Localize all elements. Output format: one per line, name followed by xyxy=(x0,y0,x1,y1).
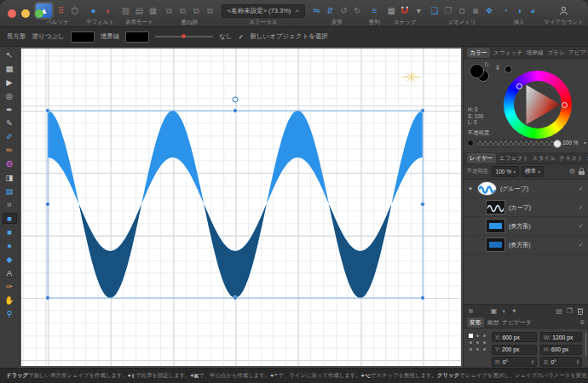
rectangle-tool[interactable]: ■ xyxy=(3,213,17,224)
adjustment-icon[interactable]: ◐ xyxy=(502,307,506,315)
outline-view-icon[interactable]: ▤ xyxy=(135,4,144,17)
pixel-persona-icon[interactable]: ⠿ xyxy=(56,4,66,17)
stroke-width-value[interactable]: なし xyxy=(219,32,232,41)
layer-row[interactable]: ▼(グループ)✓ xyxy=(464,180,588,198)
layer-label[interactable]: (カーブ) xyxy=(509,203,575,212)
picked-color-well[interactable] xyxy=(504,66,512,73)
rotate-cw-icon[interactable]: ↻ xyxy=(353,4,362,17)
tab-履歴[interactable]: 履歴 xyxy=(487,318,499,327)
tab-ナビゲータ[interactable]: ナビゲータ xyxy=(502,318,532,327)
artboard-tool[interactable]: ▦ xyxy=(3,63,17,74)
opacity-zero-swatch[interactable] xyxy=(467,140,474,146)
x-field[interactable]: X:600 px xyxy=(492,332,537,342)
panel-menu-icon[interactable]: ≣ xyxy=(579,319,585,326)
triangle-selector[interactable] xyxy=(516,83,522,89)
insert-behind-icon[interactable]: ◔ xyxy=(500,4,510,17)
document-title[interactable]: <名称未設定> (73.3%)× xyxy=(222,4,305,18)
layer-row[interactable]: (カーブ)✓ xyxy=(464,198,588,217)
y-field[interactable]: Y:200 px xyxy=(492,345,537,355)
tab-ブラシ[interactable]: ブラシ xyxy=(547,49,565,57)
rounded-rectangle-tool[interactable]: ■ xyxy=(3,226,17,237)
canvas-pasteboard[interactable] xyxy=(20,47,463,368)
split-view-icon[interactable]: ▦ xyxy=(148,4,158,17)
close-window-button[interactable] xyxy=(8,9,16,18)
opacity-slider-knob[interactable] xyxy=(553,140,562,148)
vector-brush-tool[interactable]: ✐ xyxy=(3,131,17,142)
move-to-front-icon[interactable]: ⧉ xyxy=(164,4,174,17)
stroke-swatch[interactable] xyxy=(125,31,149,43)
artboard[interactable] xyxy=(21,49,461,366)
snapping-magnet-icon[interactable] xyxy=(401,4,410,17)
swap-colors-icon[interactable]: ↻ xyxy=(484,61,489,68)
pixel-context-icon[interactable]: ◑ xyxy=(102,4,112,17)
selection-handle[interactable] xyxy=(421,296,425,300)
insert-on-top-icon[interactable]: ◑ xyxy=(514,4,523,17)
fill-color-well[interactable] xyxy=(470,64,484,78)
layer-visibility-checkbox[interactable]: ✓ xyxy=(579,222,584,230)
expander-icon[interactable]: ▼ xyxy=(468,186,474,192)
mask-icon[interactable]: ▣ xyxy=(491,307,498,315)
account-icon[interactable] xyxy=(559,4,568,17)
stroke-width-slider[interactable] xyxy=(155,36,213,37)
flip-horizontal-icon[interactable]: ⇋ xyxy=(312,4,321,17)
link-dimensions-brace[interactable] xyxy=(585,333,586,356)
tab-エフェクト[interactable]: エフェクト xyxy=(499,154,529,163)
vector-context-icon[interactable]: ● xyxy=(89,4,98,17)
selection-handle[interactable] xyxy=(233,296,238,300)
select-new-object-checkbox[interactable]: ✓ xyxy=(239,33,245,41)
flip-vertical-icon[interactable]: ⇵ xyxy=(326,4,335,17)
s-field[interactable]: S:0°▴▾ xyxy=(540,357,582,367)
layer-row[interactable]: (長方形)✓ xyxy=(464,236,588,254)
w-field[interactable]: W:1200 px xyxy=(540,332,582,342)
point-transform-tool[interactable]: ◎ xyxy=(3,90,17,101)
tab-アピアランス[interactable]: アピアランス xyxy=(568,49,588,57)
boolean-divide-icon[interactable]: ❖ xyxy=(485,4,494,17)
tab-テキスト[interactable]: テキスト xyxy=(559,154,583,163)
effects-icon[interactable]: ✦ xyxy=(511,307,517,315)
layer-list-empty-area[interactable] xyxy=(464,254,588,304)
hand-tool[interactable]: ✋ xyxy=(3,294,17,306)
move-tool[interactable]: ↖ xyxy=(3,49,17,60)
custom-shape-tool[interactable]: ◆ xyxy=(3,254,17,265)
selection-handle[interactable] xyxy=(421,203,425,207)
paint-brush-tool[interactable]: ✏ xyxy=(3,145,17,156)
layer-settings-gear-icon[interactable]: ⚙ xyxy=(569,168,575,175)
move-backward-icon[interactable]: ⧉ xyxy=(192,4,201,17)
fill-gradient-tool[interactable]: ❂ xyxy=(3,158,17,169)
lock-icon[interactable] xyxy=(579,168,585,175)
tab-レイヤー[interactable]: レイヤー xyxy=(467,153,496,163)
blend-mode-combo[interactable]: 標準▾ xyxy=(522,166,544,177)
minimize-window-button[interactable] xyxy=(21,9,30,18)
export-persona-icon[interactable]: ⬡ xyxy=(70,4,79,17)
anchor-point-selector[interactable] xyxy=(467,332,488,353)
eyedropper-icon[interactable]: ✑ xyxy=(493,65,501,71)
move-forward-icon[interactable]: ⧉ xyxy=(178,4,187,17)
zoom-window-button[interactable] xyxy=(35,9,43,18)
layer-visibility-checkbox[interactable]: ✓ xyxy=(579,185,584,192)
rotate-ccw-icon[interactable]: ↺ xyxy=(339,4,349,17)
boolean-intersect-icon[interactable]: ◘ xyxy=(458,4,467,17)
layer-label[interactable]: (長方形) xyxy=(509,241,575,249)
zoom-tool[interactable]: ⚲ xyxy=(3,308,17,319)
wave-dark-shape[interactable] xyxy=(48,111,423,298)
selection-handle[interactable] xyxy=(46,109,50,113)
selection-handle[interactable] xyxy=(421,109,425,113)
tab-スウォッチ[interactable]: スウォッチ xyxy=(493,49,523,57)
color-picker-tool[interactable]: ✑ xyxy=(3,281,17,292)
close-document-icon[interactable]: × xyxy=(295,7,299,14)
layer-label[interactable]: (長方形) xyxy=(509,222,575,231)
selection-handle[interactable] xyxy=(46,296,50,300)
stroke-width-slider-knob[interactable] xyxy=(182,34,186,38)
selection-handle[interactable] xyxy=(233,109,238,113)
move-to-back-icon[interactable]: ⧉ xyxy=(205,4,215,17)
transparency-tool[interactable]: ◨ xyxy=(3,172,17,183)
color-wheel[interactable] xyxy=(504,71,572,139)
ellipse-tool[interactable]: ● xyxy=(3,240,17,251)
layer-label[interactable]: (グループ) xyxy=(500,185,575,193)
node-tool[interactable]: ▶ xyxy=(3,77,17,88)
tab-境界線[interactable]: 境界線 xyxy=(527,49,544,57)
vector-crop-tool[interactable]: ⌗ xyxy=(3,199,17,210)
hue-selector[interactable] xyxy=(562,102,568,108)
boolean-add-icon[interactable]: ❑ xyxy=(430,4,440,17)
layer-visibility-checkbox[interactable]: ✓ xyxy=(579,241,584,249)
